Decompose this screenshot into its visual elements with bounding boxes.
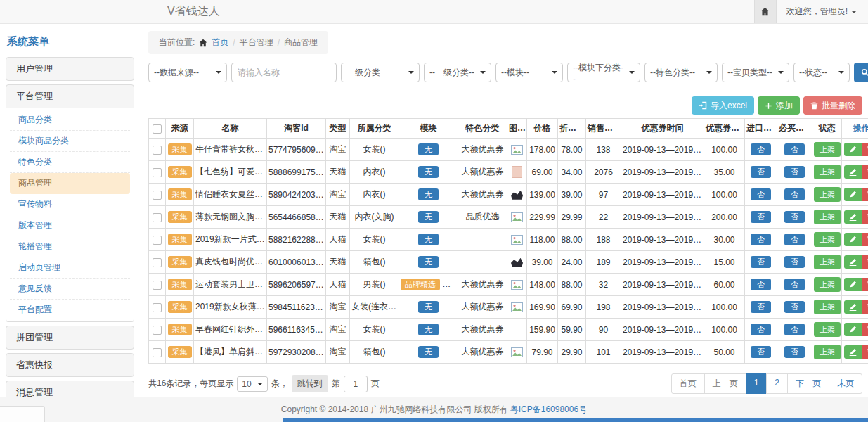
per-page-select[interactable]: 10: [237, 376, 267, 392]
status-on-shelf-button[interactable]: 上架: [814, 165, 841, 179]
must-buy-toggle[interactable]: 否: [784, 143, 805, 155]
module-select[interactable]: --模块--: [495, 63, 563, 82]
edit-button[interactable]: [844, 233, 862, 246]
import-excel-button[interactable]: 导入excel: [692, 96, 754, 115]
import-select-toggle[interactable]: 否: [751, 211, 771, 223]
add-button[interactable]: 添加: [758, 96, 800, 115]
row-checkbox[interactable]: [153, 168, 162, 177]
must-buy-toggle[interactable]: 否: [784, 324, 805, 335]
sidebar-item-9[interactable]: 平台配置: [10, 300, 130, 320]
import-select-toggle[interactable]: 否: [751, 256, 771, 268]
page-button-5[interactable]: 末页: [829, 373, 862, 394]
delete-button[interactable]: [862, 300, 868, 314]
sidebar-group-2[interactable]: 拼团管理: [6, 326, 134, 350]
page-button-0[interactable]: 首页: [671, 373, 705, 394]
row-checkbox[interactable]: [153, 281, 162, 290]
icp-link[interactable]: 粤ICP备16098006号: [510, 404, 587, 416]
edit-button[interactable]: [844, 345, 862, 359]
name-input[interactable]: [231, 63, 337, 82]
status-on-shelf-button[interactable]: 上架: [814, 255, 841, 269]
delete-button[interactable]: [862, 210, 868, 224]
import-select-toggle[interactable]: 否: [751, 346, 771, 358]
delete-button[interactable]: [862, 233, 868, 246]
must-buy-toggle[interactable]: 否: [784, 256, 805, 268]
delete-button[interactable]: [862, 323, 868, 336]
delete-button[interactable]: [862, 143, 868, 156]
edit-button[interactable]: [844, 300, 862, 314]
sidebar-item-7[interactable]: 启动页管理: [10, 257, 130, 279]
select-all-checkbox[interactable]: [153, 124, 162, 134]
import-select-toggle[interactable]: 否: [751, 279, 771, 290]
sidebar-group-3[interactable]: 省惠快报: [6, 353, 134, 377]
jump-button[interactable]: 跳转到: [292, 375, 328, 392]
must-buy-toggle[interactable]: 否: [784, 234, 805, 245]
status-on-shelf-button[interactable]: 上架: [814, 345, 841, 359]
module-sub-select[interactable]: --模块下分类--: [567, 63, 640, 82]
search-button[interactable]: 查询: [854, 63, 868, 82]
status-on-shelf-button[interactable]: 上架: [814, 322, 841, 337]
status-select[interactable]: --状态--: [793, 63, 850, 82]
row-checkbox[interactable]: [153, 303, 162, 312]
sidebar-item-4[interactable]: 宣传物料: [10, 194, 130, 215]
sidebar-item-2[interactable]: 特色分类: [10, 152, 130, 173]
status-on-shelf-button[interactable]: 上架: [814, 300, 841, 314]
delete-button[interactable]: [862, 255, 868, 269]
must-buy-toggle[interactable]: 否: [784, 166, 805, 178]
edit-button[interactable]: [844, 188, 862, 201]
data-source-select[interactable]: --数据来源--: [148, 63, 227, 82]
row-checkbox[interactable]: [153, 326, 162, 335]
sidebar-item-3[interactable]: 商品管理: [10, 173, 130, 194]
row-checkbox[interactable]: [153, 146, 162, 155]
home-button[interactable]: [754, 0, 777, 23]
sidebar-group-1[interactable]: 平台管理: [6, 84, 134, 108]
must-buy-toggle[interactable]: 否: [784, 346, 805, 358]
page-button-4[interactable]: 下一页: [787, 373, 829, 394]
sidebar-item-5[interactable]: 版本管理: [10, 215, 130, 236]
delete-button[interactable]: [862, 188, 868, 201]
delete-button[interactable]: [862, 345, 868, 359]
feature-select[interactable]: --特色分类--: [644, 63, 718, 82]
row-checkbox[interactable]: [153, 258, 162, 267]
delete-button[interactable]: [862, 278, 868, 291]
must-buy-toggle[interactable]: 否: [784, 301, 805, 313]
batch-delete-button[interactable]: 批量删除: [803, 96, 862, 115]
import-select-toggle[interactable]: 否: [751, 188, 771, 200]
edit-button[interactable]: [844, 323, 862, 336]
sidebar-item-6[interactable]: 轮播管理: [10, 236, 130, 257]
import-select-toggle[interactable]: 否: [751, 166, 771, 178]
level1-category-select[interactable]: 一级分类: [341, 63, 420, 82]
row-checkbox[interactable]: [153, 348, 162, 357]
row-checkbox[interactable]: [153, 236, 162, 245]
user-menu[interactable]: 欢迎您，管理员!: [777, 6, 868, 18]
delete-button[interactable]: [862, 165, 868, 179]
edit-button[interactable]: [844, 210, 862, 224]
jump-page-input[interactable]: [344, 376, 368, 392]
edit-button[interactable]: [844, 255, 862, 269]
page-button-1[interactable]: 上一页: [704, 373, 746, 394]
import-select-toggle[interactable]: 否: [751, 301, 771, 313]
sidebar-item-0[interactable]: 商品分类: [10, 110, 130, 131]
status-on-shelf-button[interactable]: 上架: [814, 232, 841, 247]
breadcrumb-home-link[interactable]: 首页: [212, 37, 228, 49]
edit-button[interactable]: [844, 143, 862, 156]
edit-button[interactable]: [844, 278, 862, 291]
must-buy-toggle[interactable]: 否: [784, 188, 805, 200]
must-buy-toggle[interactable]: 否: [784, 279, 805, 290]
status-on-shelf-button[interactable]: 上架: [814, 187, 841, 202]
status-on-shelf-button[interactable]: 上架: [814, 277, 841, 292]
import-select-toggle[interactable]: 否: [751, 324, 771, 335]
import-select-toggle[interactable]: 否: [751, 143, 771, 155]
status-on-shelf-button[interactable]: 上架: [814, 142, 841, 157]
status-on-shelf-button[interactable]: 上架: [814, 210, 841, 224]
sidebar-group-0[interactable]: 用户管理: [6, 57, 134, 81]
edit-button[interactable]: [844, 165, 862, 179]
row-checkbox[interactable]: [153, 191, 162, 200]
must-buy-toggle[interactable]: 否: [784, 211, 805, 223]
level2-category-select[interactable]: --二级分类--: [424, 63, 491, 82]
item-type-select[interactable]: --宝贝类型--: [722, 63, 789, 82]
sidebar-item-8[interactable]: 意见反馈: [10, 279, 130, 300]
page-button-2[interactable]: 1: [746, 373, 767, 394]
import-select-toggle[interactable]: 否: [751, 234, 771, 245]
row-checkbox[interactable]: [153, 213, 162, 222]
sidebar-item-1[interactable]: 模块商品分类: [10, 131, 130, 152]
